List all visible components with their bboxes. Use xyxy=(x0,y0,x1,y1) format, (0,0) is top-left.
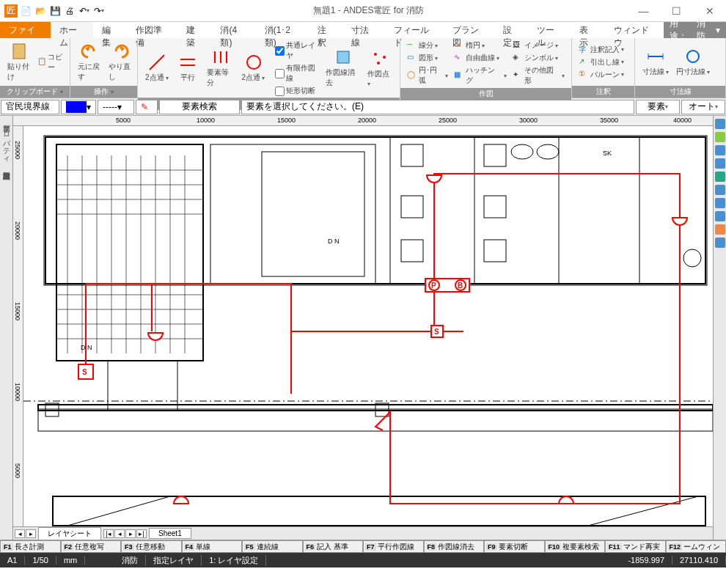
linestyle-field[interactable]: -----▾ xyxy=(98,100,134,114)
fnkey-F10[interactable]: F10複要素検索 xyxy=(545,540,606,553)
fnkey-F8[interactable]: F8作図線消去 xyxy=(424,540,485,553)
status-layer[interactable]: 指定レイヤ xyxy=(146,555,202,566)
hatch-button[interactable]: ▦ハッチング xyxy=(452,65,508,87)
left-panel-tabs[interactable]: 業務プロパティ 回覧対象詳細設定 xyxy=(0,116,13,540)
tab-drawprep[interactable]: 作図準備 xyxy=(127,22,177,38)
svg-point-48 xyxy=(511,144,533,159)
tab-fire4[interactable]: 消(4類) xyxy=(211,22,255,38)
rtool-2-icon[interactable] xyxy=(715,132,725,142)
print-icon[interactable]: 🖨 xyxy=(63,4,76,18)
twopt2-button[interactable]: 2点通 xyxy=(239,52,268,84)
tab-fire12[interactable]: 消(1･2類) xyxy=(256,22,309,38)
segment-button[interactable]: ─線分 xyxy=(405,40,450,51)
right-tool-strip[interactable] xyxy=(713,116,726,540)
rtool-9-icon[interactable] xyxy=(715,224,725,235)
drawing-canvas[interactable]: D N D N SK P B S S xyxy=(23,126,713,526)
paste-button[interactable]: 貼り付け xyxy=(4,41,34,84)
tab-dim[interactable]: 寸法線 xyxy=(342,22,385,38)
sheet1-tab[interactable]: Sheet1 xyxy=(149,528,191,539)
layer-name-field[interactable]: 官民境界線 xyxy=(1,100,59,114)
tab-arch[interactable]: 建築 xyxy=(177,22,211,38)
tab-tool[interactable]: ツール xyxy=(528,22,571,38)
open-icon[interactable]: 📂 xyxy=(34,4,47,18)
layersheet-tab[interactable]: レイヤシート xyxy=(38,527,101,540)
parallel-button[interactable]: 平行 xyxy=(173,52,202,84)
svg-rect-37 xyxy=(262,152,364,276)
fnkey-F11[interactable]: F11マンド再実 xyxy=(605,540,666,553)
tab-plan[interactable]: プラン図 xyxy=(444,22,494,38)
fnkey-F3[interactable]: F3任意移動 xyxy=(121,540,182,553)
common-layer-check[interactable]: 共通レイヤ xyxy=(273,40,322,62)
tab-annot[interactable]: 注釈 xyxy=(309,22,342,38)
balloon-button[interactable]: ①バルーン xyxy=(576,69,626,81)
redo-qa-icon[interactable]: ↷ xyxy=(92,4,106,18)
fnkey-F6[interactable]: F6記入 基準 xyxy=(303,540,364,553)
undo-button[interactable]: 元に戻す xyxy=(75,41,104,84)
circle-arc-button[interactable]: ◯円･円弧 xyxy=(405,65,450,87)
erase-line-button[interactable]: 作図線消去 xyxy=(323,47,363,89)
fnkey-F5[interactable]: F5連続線 xyxy=(242,540,303,553)
prompt-field: 要素を選択してください。(E) xyxy=(241,100,634,114)
fnkey-F12[interactable]: F12ームウィン xyxy=(666,540,727,553)
freecurve-button[interactable]: ∿自由曲線 xyxy=(452,52,508,64)
usage-selector[interactable]: 用途： 消防▾ xyxy=(664,22,726,38)
tab-edit[interactable]: 編集 xyxy=(93,22,127,38)
rtool-1-icon[interactable] xyxy=(715,119,725,129)
redo-icon xyxy=(111,43,129,60)
svg-rect-57 xyxy=(53,496,705,526)
file-tab[interactable]: ファイル xyxy=(0,22,51,38)
tab-window[interactable]: ウィンドウ xyxy=(605,22,664,38)
svg-rect-18 xyxy=(56,144,203,361)
tab-field[interactable]: フィールド xyxy=(385,22,444,38)
tab-home[interactable]: ホーム xyxy=(51,22,93,38)
circdim-button[interactable]: 円寸法線 xyxy=(673,46,713,78)
rtool-5-icon[interactable] xyxy=(715,172,725,182)
svg-point-7 xyxy=(247,56,260,69)
ellipse-button[interactable]: ⬭楕円 xyxy=(452,40,508,51)
search-button[interactable]: 要素検索 xyxy=(159,100,240,114)
equally-button[interactable]: 要素等分 xyxy=(204,47,238,89)
fnkey-F7[interactable]: F7平行作図線 xyxy=(363,540,424,553)
fnkey-F1[interactable]: F1長さ計測 xyxy=(0,540,61,553)
image-button[interactable]: 🖼イメージ xyxy=(510,40,567,51)
rtool-8-icon[interactable] xyxy=(715,211,725,221)
new-icon[interactable]: 📄 xyxy=(19,4,32,18)
symbol-button[interactable]: ◈シンボル xyxy=(510,52,567,64)
fnkey-F4[interactable]: F4単線 xyxy=(182,540,243,553)
rtool-6-icon[interactable] xyxy=(715,185,725,195)
status-layer-no[interactable]: 1: レイヤ設定 xyxy=(202,555,266,566)
rtool-7-icon[interactable] xyxy=(715,198,725,208)
limited-line-check[interactable]: 有限作図線 xyxy=(273,62,322,84)
sheet-nav2[interactable]: |◂◂▸▸| xyxy=(102,529,148,538)
status-unit[interactable]: mm xyxy=(56,556,85,565)
auto-mode[interactable]: オート xyxy=(681,100,725,114)
rtool-4-icon[interactable] xyxy=(715,158,725,169)
point-icon xyxy=(371,50,389,67)
fnkey-F9[interactable]: F9要素切断 xyxy=(484,540,545,553)
minimize-button[interactable]: — xyxy=(627,1,660,21)
status-mode[interactable]: 消防 xyxy=(114,555,146,566)
tab-view[interactable]: 表示 xyxy=(571,22,604,38)
color-swatch[interactable]: ▾ xyxy=(61,100,96,114)
copy-button[interactable]: 📋 コピー xyxy=(35,51,65,73)
text-annot-button[interactable]: 字注釈記入 xyxy=(576,44,626,56)
status-paper[interactable]: A1 xyxy=(0,556,25,565)
other-shape-button[interactable]: ✦その他図形 xyxy=(510,65,567,87)
fnkey-F2[interactable]: F2任意複写 xyxy=(61,540,122,553)
rtool-3-icon[interactable] xyxy=(715,145,725,155)
tab-settings[interactable]: 設定 xyxy=(494,22,528,38)
sheet-nav[interactable]: ◂▸ xyxy=(13,529,37,538)
dim-button[interactable]: 寸法線 xyxy=(639,46,672,78)
element-mode[interactable]: 要素 xyxy=(636,100,680,114)
shape-button[interactable]: ▭図形 xyxy=(405,52,450,64)
rtool-10-icon[interactable] xyxy=(715,238,725,248)
draw-point-button[interactable]: 作図点 xyxy=(364,48,395,89)
leader-button[interactable]: ↗引出し線 xyxy=(576,56,626,68)
status-scale[interactable]: 1/50 xyxy=(25,556,56,565)
undo-qa-icon[interactable]: ↶ xyxy=(78,4,91,18)
rect-cut-check[interactable]: 矩形切断 xyxy=(273,85,322,97)
redo-button[interactable]: やり直し xyxy=(106,41,135,84)
pen-icon[interactable]: ✎ xyxy=(136,100,158,114)
save-icon[interactable]: 💾 xyxy=(48,4,62,18)
twopt-button[interactable]: 2点通 xyxy=(142,52,172,84)
